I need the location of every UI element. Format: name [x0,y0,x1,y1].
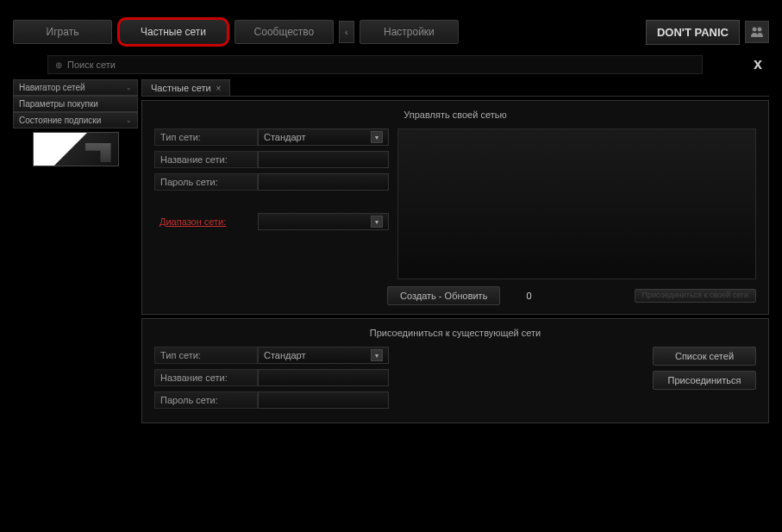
member-count: 0 [509,291,548,301]
select-net-type[interactable]: Стандарт ▾ [258,128,389,146]
input-net-name[interactable] [258,151,389,168]
nav-play[interactable]: Играть [13,20,112,44]
tab-label: Частные сети [151,83,211,93]
brand-button[interactable]: DON'T PANIC [646,20,740,45]
svg-point-0 [753,28,757,32]
sidebar-item-subscription[interactable]: Состояние подписки ⌄ [13,112,138,128]
nav-collapse-left[interactable]: ‹ [339,21,354,43]
panel-manage-title: Управлять своей сетью [154,110,756,120]
label-net-type: Тип сети: [154,128,258,146]
label-net-pass: Пароль сети: [154,173,258,191]
label-join-net-type: Тип сети: [154,347,258,364]
nav-private-nets[interactable]: Частные сети [117,17,229,47]
search-input[interactable] [67,59,695,70]
dropdown-icon: ▾ [371,216,383,228]
panel-join: Присоединиться к существующей сети Тип с… [141,318,769,423]
tab-close-icon[interactable]: × [216,84,222,93]
net-list-button[interactable]: Список сетей [653,347,756,366]
create-update-button[interactable]: Создать - Обновить [387,286,500,305]
sidebar-item-label: Навигатор сетей [19,83,85,92]
select-join-net-type[interactable]: Стандарт ▾ [258,347,389,364]
chevron-left-icon: ‹ [345,27,348,37]
label-join-net-pass: Пароль сети: [154,391,258,409]
sidebar-item-label: Состояние подписки [19,116,101,125]
label-net-name: Название сети: [154,151,258,168]
users-icon[interactable] [745,21,769,43]
input-join-net-pass[interactable] [258,391,389,409]
input-join-net-name[interactable] [258,369,389,386]
sidebar-item-purchase[interactable]: Параметры покупки [13,96,138,112]
select-value: Стандарт [264,350,306,360]
search-bar[interactable]: ⊕ [47,55,703,74]
svg-point-1 [758,28,762,32]
join-own-button: Присоединиться к своей сети [635,289,756,303]
label-net-range[interactable]: Диапазон сети: [154,214,258,229]
chevron-down-icon: ⌄ [126,116,132,124]
join-button[interactable]: Присоединиться [653,371,756,390]
dropdown-icon: ▾ [371,349,383,361]
label-join-net-name: Название сети: [154,369,258,386]
panel-join-title: Присоединиться к существующей сети [154,328,756,338]
search-icon: ⊕ [55,60,62,70]
nav-community[interactable]: Сообщество [235,20,334,44]
sidebar-item-label: Параметры покупки [19,99,98,109]
nav-settings[interactable]: Настройки [360,20,459,44]
select-value: Стандарт [264,132,306,142]
close-button[interactable]: x [747,55,769,73]
input-net-pass[interactable] [258,173,389,191]
panel-manage: Управлять своей сетью Тип сети: Стандарт… [141,100,769,315]
dropdown-icon: ▾ [371,131,383,143]
select-net-range[interactable]: ▾ [258,213,389,230]
sidebar-item-navigator[interactable]: Навигатор сетей ⌄ [13,79,138,96]
tab-private-nets[interactable]: Частные сети × [141,79,230,96]
chevron-down-icon: ⌄ [126,84,132,91]
preview-area [397,128,756,279]
people-icon [750,26,764,38]
sidebar-logo [33,132,119,166]
